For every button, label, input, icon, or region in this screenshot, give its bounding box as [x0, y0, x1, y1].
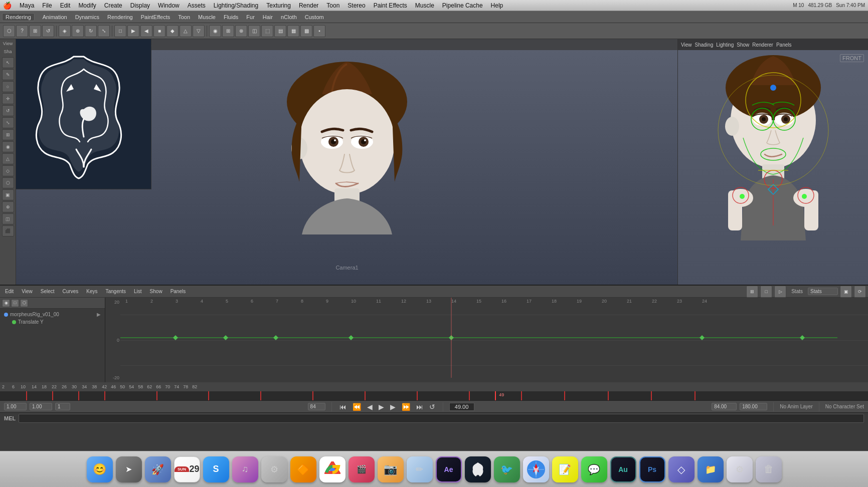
maya-menu-dynamics[interactable]: Dynamics	[71, 13, 103, 21]
ge-tangents-btn[interactable]: Tangents	[102, 288, 129, 295]
graph-curve-editor[interactable]: 20 0 -20 1 2 3 4 5 6 7 8 9	[105, 298, 868, 382]
tool-btn-3[interactable]: ⊞	[29, 25, 41, 37]
ge-list-btn[interactable]: List	[131, 288, 145, 295]
ge-tool-3[interactable]: ▷	[774, 286, 786, 298]
dock-photos[interactable]: 📷	[378, 456, 404, 482]
tool-btn-16[interactable]: ⬚	[261, 25, 273, 37]
track-item-main[interactable]: morpheusRig_v01_00 ▶	[2, 311, 103, 318]
dock-skype[interactable]: S	[203, 456, 229, 482]
menu-file[interactable]: File	[39, 2, 55, 10]
timeline-track[interactable]: 49	[0, 391, 868, 400]
tool-btn-5[interactable]: □	[114, 25, 126, 37]
dock-arrow[interactable]: ➤	[116, 456, 142, 482]
dock-ical[interactable]: SUN29	[174, 456, 200, 482]
dock-ps[interactable]: Ps	[639, 456, 665, 482]
maya-menu-hair[interactable]: Hair	[259, 13, 277, 21]
view-tab[interactable]: View	[3, 41, 13, 46]
shading-tab[interactable]: Sha	[4, 49, 12, 54]
play-btn[interactable]: ▶	[377, 403, 386, 411]
tool-btn-19[interactable]: ▩	[300, 25, 312, 37]
soft-select[interactable]: ◉	[2, 141, 14, 152]
vis-btn-1[interactable]: ◉	[2, 299, 10, 307]
dock-pencil[interactable]: ✏	[407, 456, 433, 482]
menu-paint-effects[interactable]: Paint Effects	[371, 2, 410, 10]
menu-toon[interactable]: Toon	[323, 2, 342, 10]
maya-menu-rendering[interactable]: Rendering	[103, 13, 137, 21]
timeline-frame-input[interactable]	[55, 403, 70, 410]
timeline-start-input[interactable]	[4, 403, 27, 410]
rv-panels-btn[interactable]: Panels	[776, 42, 792, 48]
ge-edit-btn[interactable]: Edit	[2, 288, 17, 295]
menu-lighting-shading[interactable]: Lighting/Shading	[211, 2, 261, 10]
tool-btn-11[interactable]: ▽	[193, 25, 205, 37]
tool-extra-1[interactable]: △	[2, 153, 14, 164]
loop-btn[interactable]: ↺	[428, 403, 437, 411]
tool-btn-12[interactable]: ◉	[209, 25, 221, 37]
move-tool[interactable]: ✛	[2, 93, 14, 104]
step-back-btn[interactable]: ◀	[366, 403, 374, 411]
dock-safari[interactable]	[523, 456, 549, 482]
menu-set-selector[interactable]: Rendering	[2, 13, 35, 21]
tool-btn-6[interactable]: ▶	[127, 25, 139, 37]
dock-finder2[interactable]: 📁	[698, 456, 724, 482]
tool-extra-3[interactable]: ⬡	[2, 177, 14, 188]
paint-tool[interactable]: ✎	[2, 69, 14, 80]
maya-menu-ncloth[interactable]: nCloth	[277, 13, 301, 21]
dock-alfred[interactable]: ◇	[668, 456, 695, 482]
next-keyframe-btn[interactable]: ⏩	[400, 403, 412, 411]
ge-tool-5[interactable]: ⟳	[854, 286, 866, 298]
lasso-tool[interactable]: ○	[2, 81, 14, 92]
tool-btn-13[interactable]: ⊞	[222, 25, 234, 37]
dock-bird[interactable]: 🐦	[494, 456, 520, 482]
menu-edit[interactable]: Edit	[57, 2, 74, 10]
go-start-btn[interactable]: ⏮	[338, 403, 348, 411]
ge-show-btn[interactable]: Show	[147, 288, 165, 295]
dock-prefs[interactable]: ⚙	[261, 456, 287, 482]
menu-render[interactable]: Render	[296, 2, 321, 10]
tool-btn-17[interactable]: ▤	[274, 25, 286, 37]
tool-btn-15[interactable]: ◫	[248, 25, 260, 37]
tool-extra-4[interactable]: ▣	[2, 189, 14, 200]
menu-modify[interactable]: Modify	[75, 2, 99, 10]
ge-tool-4[interactable]: ▣	[840, 286, 852, 298]
maya-menu-muscle[interactable]: Muscle	[194, 13, 220, 21]
max-time-input[interactable]	[712, 403, 737, 410]
menu-stereo[interactable]: Stereo	[344, 2, 368, 10]
track-item-sub[interactable]: Translate Y	[2, 318, 103, 326]
maya-menu-fur[interactable]: Fur	[242, 13, 259, 21]
dock-itunes[interactable]: ♫	[232, 456, 258, 482]
maya-menu-animation[interactable]: Animation	[39, 13, 71, 21]
maya-menu-custom[interactable]: Custom	[301, 13, 328, 21]
tool-extra-5[interactable]: ⊕	[2, 201, 14, 212]
maya-menu-painteffects[interactable]: PaintEffects	[137, 13, 175, 21]
mel-input[interactable]	[19, 414, 864, 423]
ge-view-btn[interactable]: View	[19, 288, 36, 295]
rv-view-btn[interactable]: View	[681, 42, 692, 48]
ge-keys-btn[interactable]: Keys	[83, 288, 100, 295]
rv-show-btn[interactable]: Show	[737, 42, 749, 48]
tool-extra-6[interactable]: ◫	[2, 213, 14, 224]
tool-btn-20[interactable]: ▪	[313, 25, 325, 37]
universal-tool[interactable]: ⊞	[2, 129, 14, 140]
ge-select-btn[interactable]: Select	[38, 288, 58, 295]
rv-shading-btn[interactable]: Shading	[695, 42, 714, 48]
menu-pipeline-cache[interactable]: Pipeline Cache	[439, 2, 486, 10]
right-viewport[interactable]: View Shading Lighting Show Renderer Pane…	[677, 39, 868, 285]
maya-menu-fluids[interactable]: Fluids	[220, 13, 242, 21]
dock-trash[interactable]: 🗑	[756, 456, 782, 482]
dock-finder[interactable]: 😊	[87, 456, 113, 482]
menu-window[interactable]: Window	[155, 2, 183, 10]
rv-lighting-btn[interactable]: Lighting	[716, 42, 734, 48]
dock-cog[interactable]: ⚙	[727, 456, 753, 482]
stats-input[interactable]	[808, 288, 838, 295]
ge-tool-2[interactable]: □	[760, 286, 772, 298]
tool-extra-2[interactable]: ◇	[2, 165, 14, 176]
dock-messages[interactable]: 💬	[581, 456, 607, 482]
menu-texturing[interactable]: Texturing	[263, 2, 294, 10]
tool-scale[interactable]: ⤡	[98, 25, 110, 37]
tool-btn-2[interactable]: ?	[16, 25, 28, 37]
dock-vlc[interactable]: 🔶	[290, 456, 316, 482]
tool-btn-7[interactable]: ◀	[140, 25, 152, 37]
total-time-input[interactable]	[740, 403, 767, 410]
tool-btn-9[interactable]: ◆	[166, 25, 179, 37]
